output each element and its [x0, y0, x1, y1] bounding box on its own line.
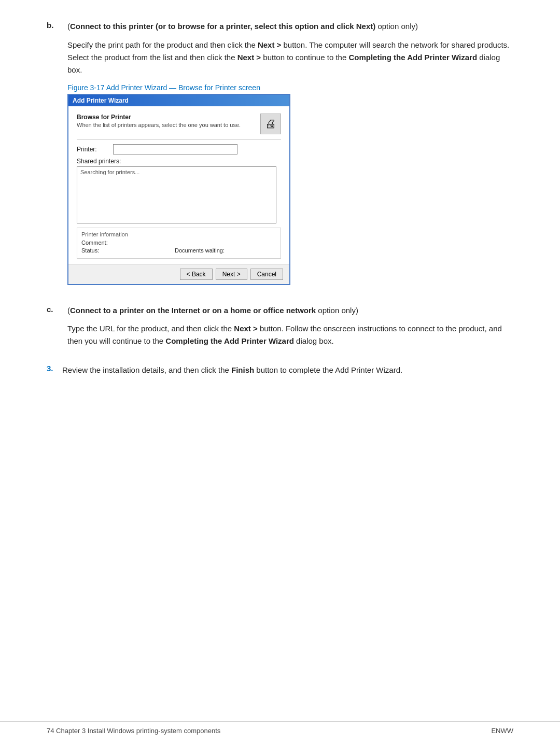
- printer-input[interactable]: [113, 144, 237, 154]
- wizard-titlebar: Add Printer Wizard: [68, 95, 289, 106]
- step-3-text-pre: Review the installation details, and the…: [62, 366, 231, 374]
- wizard-header-section: Browse for Printer When the list of prin…: [77, 114, 281, 134]
- section-c-bold1: Next >: [234, 324, 257, 333]
- next-button[interactable]: Next >: [216, 269, 247, 280]
- step-3: 3. Review the installation details, and …: [47, 364, 513, 376]
- wizard-dialog: Add Printer Wizard Browse for Printer Wh…: [67, 94, 290, 285]
- wizard-header-title: Browse for Printer: [77, 114, 260, 121]
- footer-left: 74 Chapter 3 Install Windows printing-sy…: [47, 727, 220, 735]
- wizard-printer-icon: 🖨: [260, 114, 281, 134]
- section-c: c. (Connect to a printer on the Internet…: [47, 305, 513, 355]
- section-c-text3: dialog box.: [294, 336, 334, 345]
- comment-row: Comment:: [81, 240, 276, 246]
- shared-printers-list[interactable]: Searching for printers...: [77, 166, 276, 223]
- body-bold-3: Completing the Add Printer Wizard: [348, 53, 477, 62]
- section-c-header: (Connect to a printer on the Internet or…: [67, 305, 513, 317]
- documents-waiting-label: Documents waiting:: [175, 247, 225, 254]
- wizard-divider-top: [77, 139, 281, 140]
- wizard-body: Browse for Printer When the list of prin…: [68, 106, 289, 259]
- figure-caption-text: Add Printer Wizard — Browse for Printer …: [105, 83, 260, 92]
- step-3-number: 3.: [47, 364, 62, 376]
- printer-label: Printer:: [77, 146, 113, 153]
- step-3-text-post: button to complete the Add Printer Wizar…: [254, 366, 402, 374]
- section-b-content: (Connect to this printer (or to browse f…: [67, 21, 513, 296]
- printer-field-row: Printer:: [77, 144, 281, 154]
- body-text-1: Specify the print path for the product a…: [67, 40, 258, 49]
- searching-text: Searching for printers...: [80, 169, 139, 175]
- section-b-post: option only): [375, 22, 418, 31]
- footer-right: ENWW: [491, 727, 513, 735]
- printer-info-box: Printer information Comment: Status: Doc…: [77, 228, 281, 259]
- section-c-post: option only): [316, 306, 358, 315]
- section-c-content: (Connect to a printer on the Internet or…: [67, 305, 513, 355]
- comment-label: Comment:: [81, 240, 123, 246]
- wizard-title: Add Printer Wizard: [73, 97, 129, 104]
- section-c-body: Type the URL for the product, and then c…: [67, 322, 513, 347]
- step-3-content: Review the installation details, and the…: [62, 364, 513, 376]
- section-c-label: c.: [47, 305, 67, 355]
- body-bold-1: Next >: [258, 40, 281, 49]
- cancel-button[interactable]: Cancel: [250, 269, 283, 280]
- status-label: Status:: [81, 247, 123, 254]
- step-3-bold: Finish: [231, 366, 254, 374]
- wizard-header-text: Browse for Printer When the list of prin…: [77, 114, 260, 128]
- section-b-header: (Connect to this printer (or to browse f…: [67, 21, 513, 33]
- section-b-label: b.: [47, 21, 67, 296]
- section-b-body: Specify the print path for the product a…: [67, 39, 513, 76]
- page-footer: 74 Chapter 3 Install Windows printing-sy…: [0, 721, 560, 735]
- shared-printers-label: Shared printers:: [77, 158, 281, 165]
- section-b: b. (Connect to this printer (or to brows…: [47, 21, 513, 296]
- printer-info-title: Printer information: [81, 231, 276, 237]
- section-c-bold2: Completing the Add Printer Wizard: [165, 336, 294, 345]
- back-button[interactable]: < Back: [180, 269, 213, 280]
- section-b-bold-title: Connect to this printer (or to browse fo…: [70, 22, 375, 31]
- section-c-body-pre: Type the URL for the product, and then c…: [67, 324, 234, 333]
- section-c-bold: Connect to a printer on the Internet or …: [70, 306, 316, 315]
- status-row: Status: Documents waiting:: [81, 247, 276, 254]
- wizard-footer: < Back Next > Cancel: [68, 264, 289, 284]
- body-bold-2: Next >: [237, 53, 261, 62]
- figure-caption: Figure 3-17 Add Printer Wizard — Browse …: [67, 83, 513, 92]
- wizard-header-subtitle: When the list of printers appears, selec…: [77, 122, 260, 128]
- figure-label: Figure 3-17: [67, 83, 105, 92]
- body-text-3: button to continue to the: [261, 53, 348, 62]
